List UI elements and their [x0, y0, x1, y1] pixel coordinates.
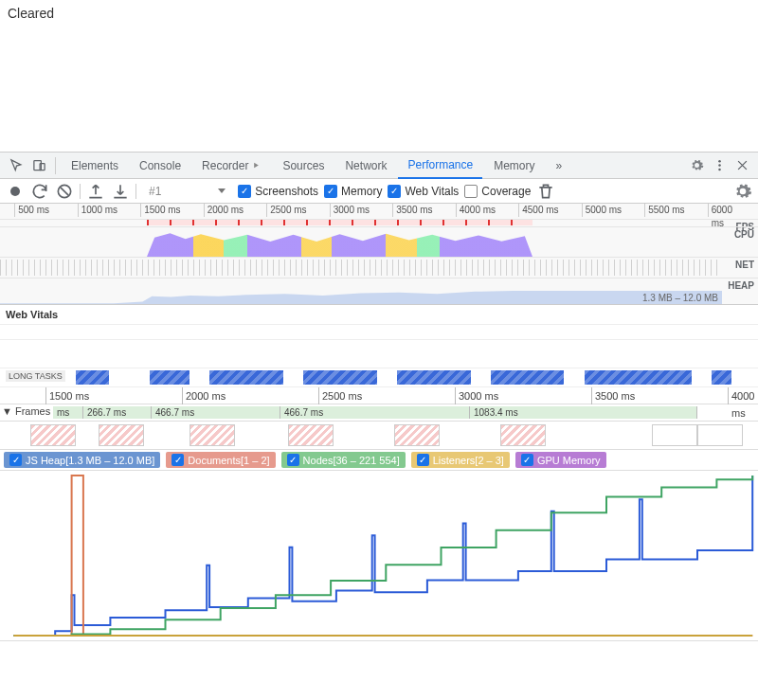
- recording-dropdown-label: #1: [149, 185, 161, 198]
- gear-icon[interactable]: [686, 155, 707, 176]
- overview-tick: 1500 ms: [140, 204, 180, 217]
- screenshot-thumb[interactable]: [394, 424, 440, 446]
- metric-listeners-label: Listeners[2 – 3]: [433, 455, 504, 466]
- trash-icon[interactable]: [536, 182, 555, 201]
- overview-cpu-chart: [147, 229, 532, 257]
- long-task-block: [585, 370, 692, 385]
- screenshot-thumb[interactable]: [190, 424, 235, 446]
- record-icon[interactable]: [6, 182, 25, 201]
- long-task-block: [491, 370, 565, 385]
- upload-icon[interactable]: [86, 182, 105, 201]
- inspect-icon[interactable]: [6, 155, 27, 176]
- metric-documents[interactable]: ✓Documents[1 – 2]: [166, 452, 275, 468]
- tab-recorder-label: Recorder: [202, 159, 248, 172]
- overview-tick: 500 ms: [14, 204, 49, 217]
- svg-point-3: [718, 164, 721, 167]
- settings-icon[interactable]: [733, 182, 752, 201]
- screenshot-thumb[interactable]: [500, 424, 546, 446]
- overview-tick: 2500 ms: [266, 204, 306, 217]
- screenshot-thumb[interactable]: [30, 424, 76, 446]
- screenshots-checkbox[interactable]: ✓Screenshots: [238, 185, 318, 198]
- coverage-label: Coverage: [481, 185, 531, 198]
- long-task-block: [209, 370, 283, 385]
- long-tasks-lane[interactable]: LONG TASKS: [0, 368, 758, 387]
- long-tasks-strip: [76, 370, 745, 385]
- tab-network[interactable]: Network: [335, 153, 396, 179]
- overview-tick: 5500 ms: [644, 204, 684, 217]
- memory-checkbox[interactable]: ✓Memory: [324, 185, 382, 198]
- webvitals-checkbox[interactable]: ✓Web Vitals: [388, 185, 459, 198]
- timeline-tick: 3500 ms: [591, 387, 635, 404]
- overview-frames-marks: [147, 220, 532, 225]
- tab-console[interactable]: Console: [130, 153, 190, 179]
- coverage-checkbox[interactable]: Coverage: [464, 185, 531, 198]
- svg-point-5: [10, 187, 20, 196]
- timeline-tick: 4000 ms: [728, 387, 758, 404]
- webvitals-label: Web Vitals: [405, 185, 459, 198]
- overview-tick: 4500 ms: [518, 204, 558, 217]
- performance-toolbar: #1 ✓Screenshots ✓Memory ✓Web Vitals Cove…: [0, 179, 758, 204]
- long-task-block: [397, 370, 471, 385]
- reload-icon[interactable]: [30, 182, 49, 201]
- devtools-tabbar: Elements Console Recorder Sources Networ…: [0, 153, 758, 179]
- tab-more[interactable]: »: [547, 153, 572, 179]
- overview-net-chart: [0, 260, 722, 276]
- metric-gpu[interactable]: ✓GPU Memory: [515, 452, 606, 468]
- frames-row[interactable]: Frames ms266.7 ms466.7 ms466.7 ms1083.4 …: [0, 404, 758, 422]
- screenshots-label: Screenshots: [255, 185, 318, 198]
- overview-tick: 2000 ms: [204, 204, 244, 217]
- frame-bar[interactable]: 466.7 ms: [280, 406, 470, 419]
- metric-nodes[interactable]: ✓Nodes[36 – 221 554]: [281, 452, 406, 468]
- tab-recorder[interactable]: Recorder: [192, 153, 271, 179]
- chart-series: [14, 476, 753, 636]
- divider: [80, 184, 81, 199]
- screenshot-thumb[interactable]: [99, 424, 144, 446]
- clear-icon[interactable]: [55, 182, 74, 201]
- timeline-ruler[interactable]: 1500 ms2000 ms2500 ms3000 ms3500 ms4000 …: [0, 387, 758, 404]
- long-task-block: [76, 370, 109, 385]
- overview-pane[interactable]: 500 ms1000 ms1500 ms2000 ms2500 ms3000 m…: [0, 204, 758, 305]
- frame-bar[interactable]: 266.7 ms: [83, 406, 152, 419]
- metric-js-heap-label: JS Heap[1.3 MB – 12.0 MB]: [26, 455, 154, 466]
- frame-bar[interactable]: 1083.4 ms: [470, 406, 697, 419]
- tab-sources[interactable]: Sources: [273, 153, 334, 179]
- kebab-icon[interactable]: [709, 155, 730, 176]
- svg-point-2: [718, 160, 721, 163]
- divider: [135, 184, 136, 199]
- screenshots-filmstrip[interactable]: [0, 422, 758, 450]
- recording-dropdown[interactable]: #1: [142, 182, 232, 201]
- screenshot-thumb[interactable]: [697, 424, 743, 446]
- overview-tick: 6000 ms: [708, 204, 732, 217]
- frame-bar[interactable]: ms: [53, 406, 83, 419]
- overview-heap-label: HEAP: [728, 280, 754, 291]
- section-web-vitals[interactable]: Web Vitals: [0, 305, 758, 325]
- overview-cpu-label: CPU: [734, 229, 754, 240]
- overview-tick: 5000 ms: [582, 204, 622, 217]
- screenshot-thumb[interactable]: [288, 424, 334, 446]
- tab-memory[interactable]: Memory: [484, 153, 544, 179]
- download-icon[interactable]: [111, 182, 130, 201]
- device-toolbar-icon[interactable]: [28, 155, 49, 176]
- close-icon[interactable]: [731, 155, 752, 176]
- web-vitals-lane[interactable]: [0, 325, 758, 340]
- metric-listeners[interactable]: ✓Listeners[2 – 3]: [411, 452, 510, 468]
- long-task-block: [303, 370, 377, 385]
- metric-gpu-label: GPU Memory: [537, 455, 601, 466]
- metric-documents-label: Documents[1 – 2]: [188, 455, 269, 466]
- frames-header[interactable]: Frames: [2, 405, 50, 417]
- overview-tick: 1000 ms: [78, 204, 117, 217]
- timeline-tick: 2500 ms: [318, 387, 362, 404]
- screenshot-thumb[interactable]: [652, 424, 697, 446]
- overview-tick: 3000 ms: [330, 204, 370, 217]
- console-cleared-text: Cleared: [8, 6, 750, 21]
- overview-tick: 3500 ms: [392, 204, 432, 217]
- memory-chart[interactable]: [0, 471, 758, 641]
- timeline-tick: 3000 ms: [455, 387, 498, 404]
- tab-elements[interactable]: Elements: [62, 153, 128, 179]
- overview-tick: 4000 ms: [456, 204, 496, 217]
- metric-js-heap[interactable]: ✓JS Heap[1.3 MB – 12.0 MB]: [4, 452, 160, 468]
- overview-heap-chart: [0, 282, 722, 304]
- frame-bar[interactable]: 466.7 ms: [152, 406, 280, 419]
- tab-performance[interactable]: Performance: [398, 153, 482, 179]
- empty-lane[interactable]: [0, 340, 758, 368]
